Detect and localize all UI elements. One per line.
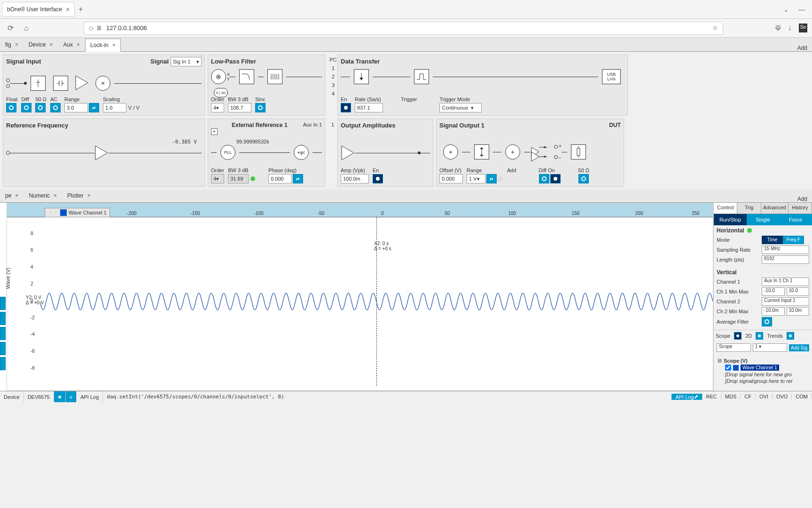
reload-icon[interactable]: ⟳ bbox=[5, 23, 16, 34]
ch2-max-input[interactable]: 10.0m bbox=[787, 307, 810, 316]
amp-en-toggle[interactable] bbox=[373, 174, 383, 183]
drag-handle-icon[interactable]: ⋮⋮ bbox=[48, 210, 58, 216]
range-auto-toggle[interactable]: ⇄ bbox=[486, 174, 497, 183]
status-ovi[interactable]: OVI bbox=[756, 394, 773, 399]
pocket-icon[interactable]: ⟱ bbox=[775, 24, 781, 32]
device-id[interactable]: DEV6575 bbox=[24, 391, 54, 402]
expand-button[interactable]: + bbox=[211, 128, 218, 135]
scope-tool-3[interactable] bbox=[0, 327, 6, 340]
tree-collapse-icon[interactable]: ⊟ bbox=[718, 357, 722, 364]
sinc-toggle[interactable] bbox=[255, 103, 265, 112]
tab-lockin[interactable]: Lock-in× bbox=[85, 39, 121, 52]
minimize-icon[interactable]: — bbox=[798, 6, 805, 13]
status-com[interactable]: COM bbox=[792, 394, 812, 399]
2d-view-toggle[interactable] bbox=[756, 332, 763, 340]
ch1-dropdown[interactable]: Aux In 1 Ch 1 bbox=[762, 278, 809, 286]
ch2-dropdown[interactable]: Current Input 1 bbox=[762, 297, 809, 306]
wave-ch1-label[interactable]: Wave Channel 1 bbox=[741, 365, 779, 371]
diff-toggle[interactable] bbox=[539, 174, 549, 183]
shield-icon[interactable]: ◇ bbox=[89, 24, 94, 32]
status-cf[interactable]: CF bbox=[741, 394, 756, 399]
status-ovo[interactable]: OVO bbox=[773, 394, 792, 399]
scope-view-toggle[interactable] bbox=[734, 332, 742, 340]
float-toggle[interactable] bbox=[6, 103, 16, 112]
tab-aux[interactable]: Aux× bbox=[58, 38, 85, 51]
ch1-min-input[interactable]: -10.0 bbox=[762, 287, 785, 296]
browser-tab[interactable]: bOne® User Interface × bbox=[2, 2, 75, 17]
rate-input[interactable]: 837.1 bbox=[355, 103, 383, 112]
length-input[interactable]: 8192 bbox=[762, 255, 809, 264]
50ohm-out-toggle[interactable] bbox=[578, 174, 589, 183]
close-icon[interactable]: × bbox=[49, 41, 53, 48]
close-icon[interactable]: × bbox=[87, 192, 91, 199]
color-swatch[interactable] bbox=[733, 365, 739, 371]
close-icon[interactable]: × bbox=[77, 41, 80, 48]
force-button[interactable]: Force bbox=[779, 214, 812, 225]
ctrl-tab-history[interactable]: History bbox=[789, 203, 812, 214]
url-bar[interactable]: ◇ 🗎 127.0.0.1:8006 ☆ bbox=[84, 22, 723, 35]
tab-numeric[interactable]: Numeric× bbox=[23, 189, 62, 202]
range-dropdown[interactable]: 1 V ▾ bbox=[467, 174, 485, 183]
offset-input[interactable]: 0.000 bbox=[439, 174, 463, 183]
phase-zero-button[interactable]: ⇄ bbox=[293, 174, 303, 183]
amp-input[interactable]: 100.0m bbox=[341, 174, 369, 183]
tab-scope[interactable]: pe× bbox=[0, 189, 23, 202]
single-button[interactable]: Single bbox=[747, 214, 780, 225]
bookmark-icon[interactable]: ☆ bbox=[712, 24, 718, 32]
wave-ch1-checkbox[interactable] bbox=[725, 365, 731, 371]
drop-hint-1[interactable]: [Drop signal here for new gro bbox=[718, 371, 808, 378]
scaling-input[interactable]: 1.0 bbox=[103, 103, 126, 112]
status-rec[interactable]: REC bbox=[703, 394, 721, 399]
close-icon[interactable]: × bbox=[54, 192, 57, 199]
status-icon-1[interactable]: ◈ bbox=[54, 391, 66, 402]
new-tab-button[interactable]: + bbox=[78, 5, 83, 14]
range-auto-toggle[interactable]: ⇄ bbox=[89, 103, 99, 112]
legend[interactable]: ⋮⋮ Wave Channel 1 bbox=[45, 208, 110, 217]
ctrl-tab-trig[interactable]: Trig bbox=[737, 203, 761, 214]
50ohm-toggle[interactable] bbox=[35, 103, 46, 112]
range-input[interactable]: 3.0 bbox=[64, 103, 88, 112]
mode-time-button[interactable]: Time bbox=[762, 236, 783, 244]
extension-icon[interactable]: Se bbox=[799, 24, 807, 32]
home-icon[interactable]: ⌂ bbox=[21, 23, 32, 34]
close-icon[interactable]: × bbox=[15, 41, 18, 48]
api-log-button[interactable]: API Log ⬈ bbox=[671, 394, 702, 400]
close-icon[interactable]: × bbox=[15, 192, 18, 199]
mode-freq-button[interactable]: Freq F bbox=[783, 236, 804, 244]
ac-toggle[interactable] bbox=[50, 103, 61, 112]
tab-plotter[interactable]: Plotter× bbox=[62, 189, 96, 202]
bw-input[interactable]: 108.7 bbox=[228, 103, 251, 112]
scope-tool-4[interactable] bbox=[0, 342, 6, 355]
diff-toggle[interactable] bbox=[21, 103, 31, 112]
add-signal-button[interactable]: Add Sig bbox=[789, 344, 809, 351]
scope-num-dropdown[interactable]: 1 ▾ bbox=[753, 343, 787, 352]
scope-tool-1[interactable] bbox=[0, 297, 6, 310]
download-icon[interactable]: ↓ bbox=[788, 24, 792, 32]
tab-device[interactable]: Device× bbox=[23, 38, 58, 51]
status-icon-2[interactable]: ≡ bbox=[66, 391, 77, 402]
extref-bw-input[interactable]: 31.69 bbox=[228, 174, 249, 183]
ctrl-tab-advanced[interactable]: Advanced bbox=[761, 203, 789, 214]
scope-plot[interactable]: Wave (V) -250 -200 -150 -100 -50 0 50 10… bbox=[7, 203, 713, 391]
trends-view-toggle[interactable] bbox=[787, 332, 794, 340]
en-toggle[interactable] bbox=[341, 103, 351, 112]
ctrl-tab-control[interactable]: Control bbox=[714, 203, 737, 214]
extref-order-dropdown[interactable]: 4 ▾ bbox=[211, 174, 224, 183]
avg-filter-toggle[interactable] bbox=[762, 317, 772, 326]
add-tab-button[interactable]: Add bbox=[793, 45, 812, 51]
run-stop-button[interactable]: Run/Stop bbox=[714, 214, 747, 225]
trigger-mode-dropdown[interactable]: Continuous ▾ bbox=[439, 103, 482, 112]
sampling-rate-input[interactable]: 15 MHz bbox=[762, 246, 809, 254]
order-dropdown[interactable]: 4 ▾ bbox=[211, 103, 224, 112]
on-toggle[interactable] bbox=[550, 174, 561, 183]
phase-input[interactable]: 0.000 bbox=[268, 174, 292, 183]
tab-config[interactable]: fig× bbox=[0, 38, 23, 51]
signal-dropdown[interactable]: Sig In 1▾ bbox=[171, 57, 202, 66]
tabs-dropdown-icon[interactable]: ⌄ bbox=[783, 6, 789, 13]
add-tab-button[interactable]: Add bbox=[793, 196, 812, 202]
ch2-min-input[interactable]: -10.0m bbox=[762, 307, 785, 316]
status-mds[interactable]: MDS bbox=[721, 394, 741, 399]
close-icon[interactable]: × bbox=[112, 42, 116, 48]
ch1-max-input[interactable]: 10.0 bbox=[787, 287, 810, 296]
scope-tool-5[interactable] bbox=[0, 357, 6, 370]
